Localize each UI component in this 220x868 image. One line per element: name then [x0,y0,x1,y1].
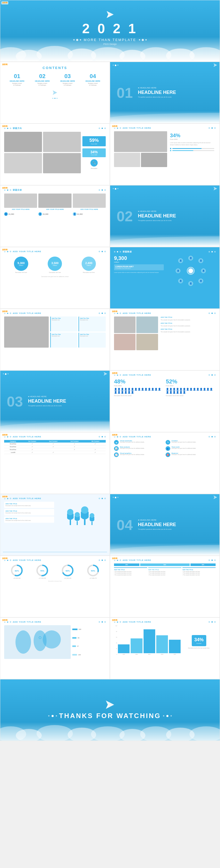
course-direction-slide: 演界网 课题方向 [0,123,110,185]
watermark: 演界网 [1,557,8,560]
slide-title-bar-4: ADD YOUR TITLE HERE [4,250,106,253]
headline-04-small: ● HEADLINE HERE [138,519,176,521]
pct34-2: 34% [170,132,214,138]
plane-deco-icon [52,90,58,95]
slide-title-bar-13: ADD YOUR TITLE HERE [114,559,216,561]
content-headline-2: HEADLINE HERE [31,80,54,82]
headline-03-slide: 03 ● HEADLINE HERE HEADLINE HERE Thought… [0,370,110,432]
table-slide: 演界网 ADD YOUR TITLE HERE Category 1st Con… [0,432,110,494]
content-headline-1: HEADLINE HERE [5,80,29,82]
add-title-5: ADD YOUR TITLE HERE [122,374,151,376]
contents-slide: 演界网 CONTENTS 01 HEADLINE HERE Navigate c… [0,62,110,123]
gauge-slide: 演界网 ADD YOUR TITLE HERE 82% +15, [0,556,110,617]
people-infographic-slide: 演界网 ADD YOUR TITLE HERE 48% From 2020 👤👤… [110,370,220,432]
content-item-3: 03 HEADLINE HERE Navigate content& Chall… [56,73,79,86]
headline-01-slide: 01 ● HEADLINE HERE HEADLINE HERE Thought… [110,62,220,123]
svg-point-35 [40,637,41,638]
content-desc-2: Navigate content& Challenges [31,83,54,86]
add-title-7: ADD YOUR TITLE HERE [122,436,151,438]
table-header-3: 2nd Content [42,440,64,442]
feature-5: 📈 Visual graphics Description text goes … [114,453,164,457]
dot-deco5 [102,128,103,129]
pct34-1: 34% [84,150,104,154]
headline-04-desc: Thoughtful questions about what you do f… [138,528,176,531]
add-title-1: ADD YOUR TITLE HERE [122,127,151,129]
svg-marker-18 [214,495,217,499]
cover-dots: MORE THAN TEMPLATE [73,38,147,42]
tree-icon-3 [81,502,88,525]
course-goal-slide: 演界网 课题目标 ADD YOUR TITLE HERE ADD YOUR TI… [0,185,110,247]
add-title-right3: ADD THE TITLE [161,329,216,330]
add-title-8: ADD YOUR TITLE HERE [13,497,41,500]
pct52: 52% [166,378,216,385]
pct34-chart: 34% [194,637,204,643]
watermark: 演界网 [111,433,118,437]
headline-04-slide: 04 ● HEADLINE HERE HEADLINE HERE Thought… [110,494,220,556]
add-title-goal-1: ADD YOUR TITLE HERE [4,209,37,210]
stat-circle-3: 2,400 million [82,256,96,271]
headline-03-content: ● HEADLINE HERE HEADLINE HERE Thoughtful… [28,395,66,407]
svg-text:54%: 54% [91,570,95,572]
slide-title-bar-11: ADD YOUR TITLE HERE [4,497,106,500]
headline-02-num: 02 [117,208,133,225]
watermark: 演界网 [1,495,8,498]
bar-label-2: 50% [140,563,190,566]
tree-icon-1 [67,504,74,525]
from2020-2: From 2020 [84,154,104,156]
svg-marker-4 [214,187,217,190]
add-title-item-4: Add The Title [80,334,105,335]
tree-icon-4 [90,511,94,525]
table-header-4: 3rd Content [64,440,85,442]
content-num-1: 01 [5,73,29,80]
donut-1: 82% [10,564,23,577]
thanks-text: THANKS FOR WATCHING [59,712,161,720]
stat1-num: 9,300 [17,261,25,265]
watermark: 演界网 [1,619,8,622]
svg-point-8 [67,509,73,515]
headline-01-num: 01 [117,84,133,101]
headline-04-num: 04 [117,517,133,533]
slide-title-bar-14: ADD YOUR TITLE HERE [4,621,106,623]
slide-title-bar-12: ADD YOUR TITLE HERE [4,559,106,561]
table-header-5: 4th Content [85,440,106,442]
slide-title-bar-5: 课题数据 [114,250,216,253]
trees-slide: 演界网 ADD YOUR TITLE HERE ADD THE TITLE De… [0,494,110,556]
add-title-9: ADD YOUR TITLE HERE [13,559,41,561]
headline-01-title: HEADLINE HERE [138,90,176,95]
pct59: 59% [84,138,104,143]
table-row: WordFilter ✓ ✓ ✓ [4,445,106,448]
plane-icon-h4 [213,495,217,499]
add-title-2: ADD YOUR TITLE HERE [13,250,41,253]
from2020-1: From 2020 [84,143,104,145]
stat3-unit: million [86,265,91,266]
watermark: 演界网 [1,310,8,313]
svg-point-14 [81,506,88,514]
add-title-goal-2: ADD YOUR TITLE HERE [38,209,71,210]
plane-icon-h2 [213,187,217,191]
watermark: 演界网 [1,248,8,251]
content-headline-3: HEADLINE HERE [56,80,79,82]
add-title-12: ADD YOUR TITLE HERE [122,621,151,623]
course-direction-title: 课题方向 [13,127,22,130]
cover-year: 2 0 2 1 [82,21,138,36]
stat-big1: 9,300 [114,255,164,261]
bar-chart-slide: 演界网 ADD YOUR TITLE HERE 20% 50% 30% ADD … [110,556,220,617]
headline-01-content: ● HEADLINE HERE HEADLINE HERE Thoughtful… [138,87,176,99]
content-num-4: 04 [81,73,105,80]
add-title-item-1: Add The Title [52,317,76,319]
num1: 81,680 [8,213,14,215]
lorem-sub: CONSECTETUR ELIT [115,268,162,269]
stats-circles-slide: 演界网 ADD YOUR TITLE HERE 9,300 million De… [0,247,110,309]
watermark: 演界网 [1,187,8,190]
svg-point-31 [15,630,31,654]
svg-point-33 [43,630,61,649]
content-desc-4: Navigate content& Challenges [81,83,105,86]
tree-icon-2 [75,509,80,525]
map-value-1: 320 [72,628,106,630]
stat-circle-2: 3,500 million [48,256,62,271]
slide-title-bar: 课题方向 [4,127,106,130]
headline-01-desc: Thoughtful questions about what you do f… [138,96,176,99]
headline-02-content: ● HEADLINE HERE HEADLINE HERE Thoughtful… [138,210,176,222]
watermark: 演界网 [111,557,118,560]
headline-03-num: 03 [7,393,23,410]
